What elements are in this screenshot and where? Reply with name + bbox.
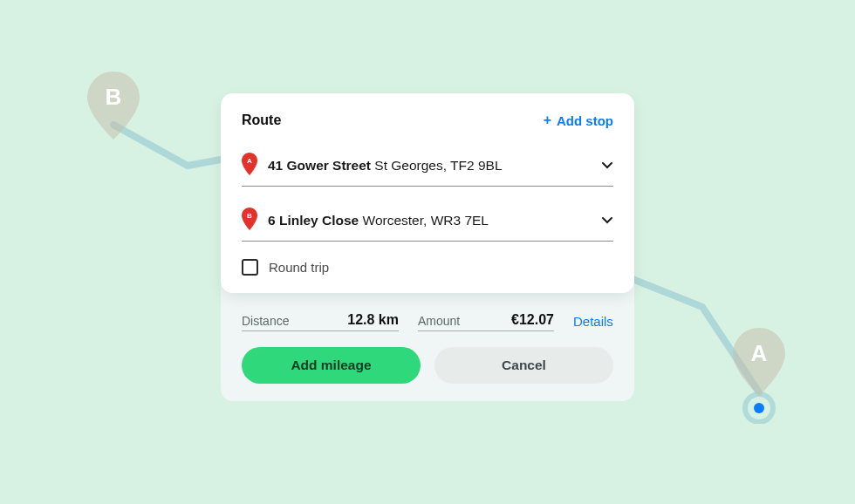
amount-value: €12.07 [511,312,554,328]
checkbox-icon [242,259,258,276]
mileage-card: Route + Add stop A 41 Gower Street St Ge… [221,93,634,401]
distance-field: Distance 12.8 km [242,312,399,331]
route-header: Route + Add stop [242,112,613,128]
chevron-down-icon [601,215,613,227]
distance-value: 12.8 km [347,312,399,328]
svg-text:A: A [247,157,252,165]
add-stop-label: Add stop [557,113,613,128]
distance-label: Distance [242,314,289,328]
svg-text:B: B [247,212,252,220]
plus-icon: + [544,112,551,128]
stop-b-address: 6 Linley Close Worcester, WR3 7EL [268,213,591,228]
route-title: Route [242,112,281,128]
map-pin-b-label: B [106,84,122,110]
add-mileage-button[interactable]: Add mileage [242,347,421,384]
map-pin-a-label: A [751,340,768,366]
pin-b-icon: B [242,208,257,234]
amount-field: Amount €12.07 [418,312,554,331]
map-pin-b-bg: B [87,72,140,143]
svg-point-1 [754,403,764,413]
stop-row-b[interactable]: B 6 Linley Close Worcester, WR3 7EL [242,199,613,242]
svg-point-0 [745,394,773,422]
button-row: Add mileage Cancel [221,344,634,401]
map-pin-a-bg: A [722,328,796,427]
stop-a-address: 41 Gower Street St Georges, TF2 9BL [268,158,591,174]
round-trip-label: Round trip [269,260,329,275]
route-section: Route + Add stop A 41 Gower Street St Ge… [221,93,634,293]
chevron-down-icon [601,160,613,172]
pin-a-icon: A [242,153,257,179]
round-trip-checkbox[interactable]: Round trip [242,259,613,276]
cancel-button[interactable]: Cancel [434,347,613,384]
details-link[interactable]: Details [573,314,613,331]
add-stop-button[interactable]: + Add stop [544,112,613,128]
amount-label: Amount [418,314,460,328]
summary-row: Distance 12.8 km Amount €12.07 Details [221,293,634,344]
stop-row-a[interactable]: A 41 Gower Street St Georges, TF2 9BL [242,144,613,187]
